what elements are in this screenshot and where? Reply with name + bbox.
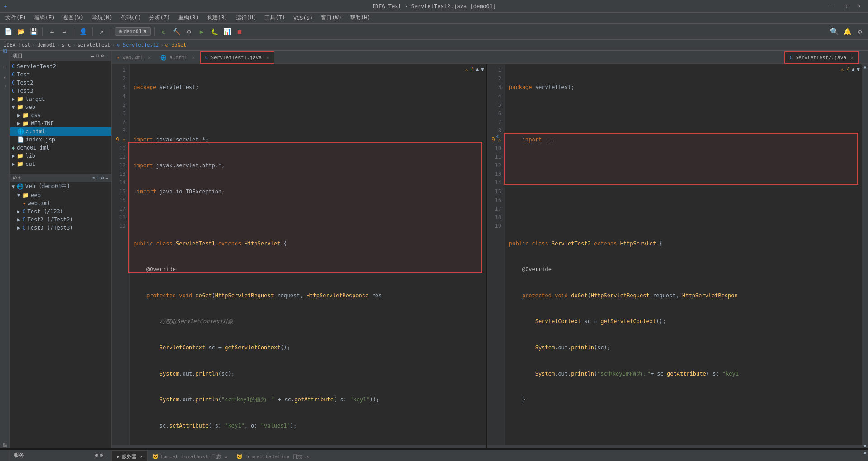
toolbar-settings2-btn[interactable]: ⚙ bbox=[854, 26, 865, 37]
menu-item-refactor[interactable]: 重构(R) bbox=[175, 13, 203, 23]
nav-up-icon[interactable]: ▲ bbox=[476, 66, 479, 72]
menu-item-analyze[interactable]: 分析(Z) bbox=[146, 13, 174, 23]
menu-item-view[interactable]: 视图(V) bbox=[59, 13, 87, 23]
menu-item-window[interactable]: 窗口(W) bbox=[317, 13, 345, 23]
menu-item-build[interactable]: 构建(B) bbox=[203, 13, 231, 23]
close-button[interactable]: ✕ bbox=[854, 2, 864, 10]
tree-item-indexjsp[interactable]: 📄 index.jsp bbox=[10, 136, 111, 144]
toolbar-cursor-btn[interactable]: ↗ bbox=[96, 26, 107, 37]
breadcrumb-idea-test[interactable]: IDEA Test bbox=[4, 42, 31, 48]
sidebar-minimize-icon[interactable]: — bbox=[105, 53, 108, 59]
code-area-right[interactable]: 1 2 3 4 5 6 7 8 9 ⚠ 10 11 12 13 bbox=[487, 64, 862, 445]
toolbar-run-button[interactable]: ▶ bbox=[196, 26, 207, 37]
project-dropdown[interactable]: ⚙ demo01 ▼ bbox=[115, 27, 151, 36]
nav-down-right-icon[interactable]: ▼ bbox=[857, 66, 860, 72]
chevron-right-icon: ▶ bbox=[17, 112, 20, 118]
toolbar-sync-btn[interactable]: ↻ bbox=[158, 26, 169, 37]
menu-item-help[interactable]: 帮助(H) bbox=[346, 13, 374, 23]
tree-item-web-demo01[interactable]: ▼ 🌐 Web (demo01中) bbox=[10, 182, 111, 191]
tree-item-test[interactable]: C Test bbox=[10, 71, 111, 79]
tree-item-target[interactable]: ▶ 📁 target bbox=[10, 95, 111, 103]
breadcrumb-src[interactable]: src bbox=[62, 42, 71, 48]
tree-item-web-web[interactable]: ▼ 📁 web bbox=[10, 191, 111, 199]
toolbar-debug-btn[interactable]: 🐛 bbox=[209, 26, 220, 37]
tab-servlettest1[interactable]: C ServletTest1.java ✕ bbox=[200, 51, 274, 64]
toolbar-hammer-btn[interactable]: 🔨 bbox=[171, 26, 182, 37]
output-tab-catalina[interactable]: 🐱 Tomcat Catalina 日志 ✕ bbox=[232, 450, 313, 461]
tree-item-demo01iml[interactable]: ◆ demo01.iml bbox=[10, 144, 111, 152]
tree-item-test-123[interactable]: ▶ C Test (/123) bbox=[10, 207, 111, 216]
left-icon-git[interactable]: ⑂ bbox=[0, 82, 9, 91]
web-sidebar-minimize-icon[interactable]: — bbox=[106, 175, 108, 180]
tab-servlettest2[interactable]: C ServletTest2.java ✕ bbox=[784, 51, 859, 64]
maximize-button[interactable]: □ bbox=[840, 2, 851, 10]
tree-item-test2[interactable]: C Test2 bbox=[10, 79, 111, 87]
left-icon-structure[interactable]: ≡ bbox=[0, 62, 9, 71]
breadcrumb-doget[interactable]: ⊙ doGet bbox=[165, 42, 186, 48]
breadcrumb-demo01[interactable]: demo01 bbox=[37, 42, 55, 48]
web-sidebar-minus-icon[interactable]: ⊟ bbox=[97, 175, 99, 180]
tree-item-test3-test3[interactable]: ▶ C Test3 (/Test3) bbox=[10, 224, 111, 232]
menu-item-run[interactable]: 运行(U) bbox=[232, 13, 260, 23]
toolbar-new-btn[interactable]: 📄 bbox=[3, 26, 14, 37]
nav-up-right-icon[interactable]: ▲ bbox=[852, 66, 855, 72]
menu-item-tools[interactable]: 工具(T) bbox=[261, 13, 289, 23]
toolbar-stop-button[interactable]: ■ bbox=[234, 26, 245, 37]
menu-item-file[interactable]: 文件(F) bbox=[2, 13, 30, 23]
tree-item-ahtml[interactable]: 🌐 a.html bbox=[10, 127, 111, 136]
tab-close-servlettest2[interactable]: ✕ bbox=[851, 55, 854, 60]
nav-down-icon[interactable]: ▼ bbox=[481, 66, 484, 72]
java-icon: C bbox=[790, 55, 793, 61]
code-area-left[interactable]: 1 2 3 4 5 6 7 8 9 ⚠ 10 11 12 13 bbox=[112, 64, 486, 445]
minimize-button[interactable]: ─ bbox=[826, 2, 837, 10]
menu-item-vcs[interactable]: VCS(S) bbox=[290, 14, 316, 22]
output-tab-server[interactable]: ▶ 服务器 ✕ bbox=[112, 450, 148, 461]
toolbar-forward-btn[interactable]: → bbox=[59, 26, 70, 37]
tree-item-out[interactable]: ▶ 📁 out bbox=[10, 160, 111, 168]
left-icon-strip: 项目 ≡ ★ ⑂ bbox=[0, 51, 10, 448]
toolbar-save-btn[interactable]: 💾 bbox=[28, 26, 39, 37]
output-tab-close[interactable]: ✕ bbox=[140, 454, 143, 459]
toolbar-notification-btn[interactable]: 🔔 bbox=[842, 26, 853, 37]
tree-item-css[interactable]: ▶ 📁 css bbox=[10, 111, 111, 119]
menu-item-code[interactable]: 代码(C) bbox=[117, 13, 145, 23]
tree-item-servlettest2[interactable]: C ServletTest2 bbox=[10, 62, 111, 71]
breadcrumb-servlettest2[interactable]: ⊙ ServletTest2 bbox=[117, 42, 159, 48]
scroll-down-icon[interactable]: ▼ bbox=[863, 443, 866, 448]
output-tab-close2[interactable]: ✕ bbox=[225, 454, 227, 459]
tab-ahtml[interactable]: 🌐 a.html ✕ bbox=[156, 51, 200, 64]
web-sidebar-sort-icon[interactable]: ≡ bbox=[92, 175, 95, 180]
left-icon-favorites[interactable]: ★ bbox=[0, 72, 9, 81]
toolbar-settings-btn[interactable]: ⚙ bbox=[184, 26, 194, 37]
tree-item-test2-test2[interactable]: ▶ C Test2 (/Test2) bbox=[10, 216, 111, 224]
toolbar-user-btn[interactable]: 👤 bbox=[78, 26, 89, 37]
scrollbar-h-right[interactable] bbox=[487, 445, 862, 448]
tree-item-test3[interactable]: C Test3 bbox=[10, 87, 111, 95]
scrollbar-h-left[interactable] bbox=[112, 445, 486, 448]
sidebar-settings-icon[interactable]: ⊟ bbox=[96, 53, 99, 59]
services-settings-icon[interactable]: ⚙ bbox=[95, 452, 98, 458]
sidebar-sync-icon[interactable]: ≡ bbox=[91, 53, 94, 59]
tree-item-web[interactable]: ▼ 📁 web bbox=[10, 103, 111, 111]
tree-item-webinf[interactable]: ▶ 📁 WEB-INF bbox=[10, 119, 111, 127]
toolbar-back-btn[interactable]: ← bbox=[47, 26, 57, 37]
toolbar-coverage-btn[interactable]: 📊 bbox=[222, 26, 232, 37]
output-tab-localhost[interactable]: 🐱 Tomcat Localhost 日志 ✕ bbox=[148, 450, 232, 461]
breadcrumb-servlettest[interactable]: servletTest bbox=[77, 42, 110, 48]
tab-close-servlettest1[interactable]: ✕ bbox=[266, 55, 269, 60]
tab-close-webxml[interactable]: ✕ bbox=[148, 55, 151, 60]
menu-item-nav[interactable]: 导航(N) bbox=[88, 13, 116, 23]
tree-item-lib[interactable]: ▶ 📁 lib bbox=[10, 152, 111, 160]
sidebar-cog-icon[interactable]: ⚙ bbox=[101, 53, 104, 59]
left-icon-project[interactable]: 项目 bbox=[0, 52, 9, 61]
tree-item-webxml[interactable]: ✦ web.xml bbox=[10, 199, 111, 207]
output-scroll-up[interactable]: ▲ bbox=[863, 450, 866, 455]
tab-close-ahtml[interactable]: ✕ bbox=[192, 55, 195, 60]
scroll-up-icon[interactable]: ▲ bbox=[863, 64, 866, 69]
toolbar-open-btn[interactable]: 📂 bbox=[15, 26, 26, 37]
toolbar-search-btn[interactable]: 🔍 bbox=[829, 26, 840, 37]
output-tab-close3[interactable]: ✕ bbox=[306, 454, 309, 459]
menu-item-edit[interactable]: 编辑(E) bbox=[31, 13, 59, 23]
tab-webxml[interactable]: ✦ web.xml ✕ bbox=[112, 51, 156, 64]
web-sidebar-cog-icon[interactable]: ⚙ bbox=[101, 175, 104, 180]
